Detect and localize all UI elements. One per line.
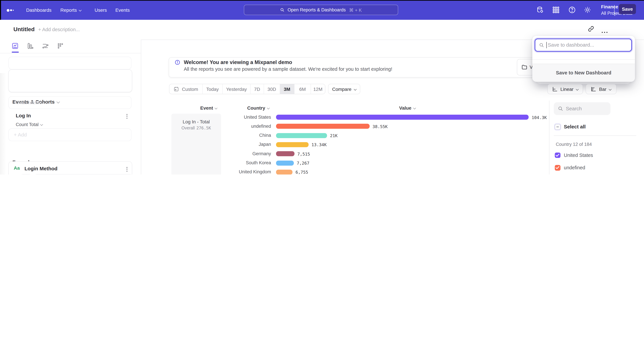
active-tab-indicator: [12, 51, 19, 52]
apps-grid-icon[interactable]: [552, 6, 560, 14]
range-today[interactable]: Today: [202, 84, 222, 94]
nav-link-reports[interactable]: Reports: [60, 0, 81, 20]
more-options-icon[interactable]: [602, 28, 609, 34]
titlebar-divider: [614, 5, 614, 14]
select-all-checkbox[interactable]: [555, 124, 560, 130]
search-icon: [280, 8, 284, 12]
metric-aggregation[interactable]: Count Total: [16, 122, 42, 127]
text-caret: [546, 42, 547, 48]
top-nav: DashboardsReportsUsersEvents Open Report…: [0, 0, 644, 20]
project-name[interactable]: Finance: [601, 4, 618, 9]
bar-category-label: United Kingdom: [217, 169, 271, 174]
search-icon: [558, 106, 563, 111]
bar-category-label: China: [217, 133, 271, 138]
bar-value-label: 13.34K: [312, 142, 326, 147]
filter-operator[interactable]: =: [20, 174, 31, 174]
bar-value-label: 6,755: [296, 170, 308, 174]
help-icon[interactable]: [568, 6, 576, 14]
range-7d[interactable]: 7D: [250, 84, 264, 94]
nav-link-events[interactable]: Events: [116, 0, 130, 20]
save-to-new-dashboard-button[interactable]: Save to New Dashboard: [532, 64, 635, 82]
tab-flows-icon[interactable]: [42, 42, 49, 50]
select-all-label: Select all: [564, 124, 586, 129]
bar-category-label: Japan: [217, 142, 271, 147]
filter-value[interactable]: Manual Password: [34, 174, 132, 174]
nav-link-dashboards[interactable]: Dashboards: [26, 0, 52, 20]
compare-button[interactable]: Compare: [328, 84, 360, 94]
bar-germany[interactable]: [276, 151, 294, 156]
bar-united-kingdom[interactable]: [276, 170, 292, 174]
range-yesterday[interactable]: Yesterday: [222, 84, 250, 94]
event-series-overall: Overall276.5K: [172, 126, 221, 130]
filter-options-icon[interactable]: [126, 166, 128, 172]
bar-japan[interactable]: [276, 142, 308, 147]
bar-chart-icon: [591, 86, 596, 92]
metric-name[interactable]: Log In: [16, 113, 31, 118]
metric-options-icon[interactable]: [126, 113, 128, 119]
chart-type-button[interactable]: Bar: [586, 84, 616, 94]
tab-insights-icon[interactable]: [12, 42, 19, 50]
filter-property-name[interactable]: Login Method: [24, 165, 58, 171]
bar-united-states[interactable]: [276, 115, 528, 120]
folder-icon: [521, 64, 528, 70]
bar-category-label: United States: [217, 114, 271, 119]
bar-category-label: undefined: [217, 124, 271, 129]
report-title[interactable]: Untitled: [14, 26, 35, 33]
global-search-placeholder: Open Reports & Dashboards: [288, 7, 346, 12]
filter-search-placeholder: Search: [566, 106, 582, 111]
range-12m[interactable]: 12M: [310, 84, 325, 94]
mixpanel-report-page: DashboardsReportsUsersEvents Open Report…: [0, 0, 644, 174]
bar-category-label: South Korea: [217, 160, 271, 165]
column-header-event[interactable]: Event: [200, 105, 217, 111]
save-button[interactable]: Save: [619, 4, 636, 14]
search-shortcut: ⌘ + K: [349, 7, 362, 12]
checkbox-united-states[interactable]: [555, 153, 560, 158]
filter-item-label[interactable]: undefined: [564, 165, 585, 170]
bar-value-label: 7,515: [297, 151, 310, 156]
save-to-dashboard-input[interactable]: Save to dashboard...: [535, 38, 632, 52]
banner-title: Welcome! You are viewing a Mixpanel demo: [184, 59, 292, 65]
filter-item-label[interactable]: United States: [564, 153, 593, 158]
save-to-dashboard-popup: Save to dashboard... Save to New Dashboa…: [532, 36, 635, 81]
range-custom[interactable]: Custom: [170, 84, 202, 94]
panel-divider: [554, 135, 636, 136]
add-description[interactable]: + Add description...: [38, 27, 80, 32]
copy-link-icon[interactable]: [588, 25, 594, 32]
country-count-header: Country 12 of 184: [556, 142, 592, 147]
column-header-value[interactable]: Value: [399, 105, 416, 111]
info-icon: [175, 60, 180, 65]
column-header-country[interactable]: Country: [247, 105, 269, 111]
tab-funnels-icon[interactable]: [26, 42, 34, 50]
filter-panel-search[interactable]: Search: [554, 102, 610, 115]
range-6m[interactable]: 6M: [294, 84, 310, 94]
date-range-control: CustomTodayYesterday7D30D3M6M12M: [169, 84, 325, 94]
linear-scale-icon: [552, 86, 558, 92]
report-type-tabs: [0, 39, 141, 53]
chart-scale-button[interactable]: Linear: [547, 84, 583, 94]
metric-card-outline: [8, 69, 132, 92]
filter-type-badge: Aa: [14, 165, 20, 171]
global-search[interactable]: Open Reports & Dashboards ⌘ + K: [244, 5, 398, 15]
tab-retention-icon[interactable]: [57, 42, 64, 50]
formulas-add-button[interactable]: + Add: [8, 128, 132, 141]
bar-category-label: Germany: [217, 151, 271, 156]
bar-undefined[interactable]: [276, 124, 370, 129]
save-input-placeholder: Save to dashboard...: [548, 42, 594, 48]
banner-subtitle: All the reports you see are powered by a…: [184, 66, 392, 72]
bar-value-label: 7,267: [297, 161, 309, 166]
range-3m[interactable]: 3M: [280, 84, 294, 94]
event-series-name: Log In - Total: [172, 119, 221, 124]
bar-south-korea[interactable]: [276, 160, 294, 165]
data-management-icon[interactable]: [536, 6, 544, 14]
bar-value-label: 21K: [330, 133, 338, 138]
filter-card[interactable]: Aa Login Method = Manual Password: [8, 161, 132, 174]
filter-panel-divider: [549, 101, 550, 174]
nav-link-users[interactable]: Users: [94, 0, 107, 20]
range-30d[interactable]: 30D: [264, 84, 280, 94]
bar-china[interactable]: [276, 133, 327, 138]
bar-value-label: 104.3K: [532, 115, 547, 120]
calendar-icon: [174, 86, 179, 92]
add-metric-button[interactable]: + Add Metric: [8, 96, 132, 109]
settings-gear-icon[interactable]: [584, 6, 591, 14]
checkbox-undefined[interactable]: [555, 165, 560, 170]
